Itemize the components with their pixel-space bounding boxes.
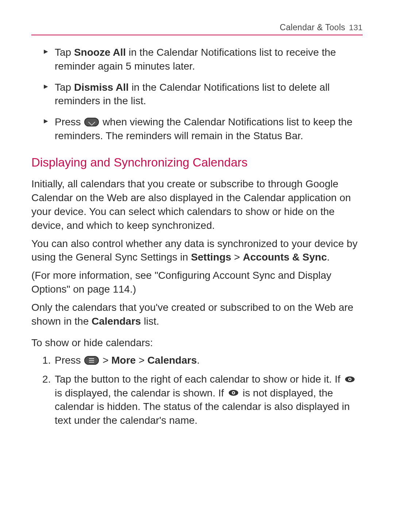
- text: >: [100, 355, 111, 366]
- text: Tap the button to the right of each cale…: [55, 373, 343, 385]
- step-item: Press > More > Calendars.: [42, 353, 363, 367]
- text: .: [197, 355, 200, 366]
- text: list.: [141, 316, 159, 327]
- text: .: [327, 251, 330, 263]
- paragraph: Only the calendars that you've created o…: [31, 301, 363, 328]
- section-name: Calendar & Tools: [280, 23, 345, 32]
- text: Press: [55, 116, 84, 128]
- svg-point-5: [232, 392, 234, 394]
- paragraph: You can also control whether any data is…: [31, 237, 363, 265]
- bold-text: Dismiss All: [74, 82, 129, 93]
- eye-icon: [344, 376, 356, 383]
- section-title: Displaying and Synchronizing Calendars: [31, 154, 363, 171]
- text: Tap: [55, 82, 74, 93]
- text: Only the calendars that you've created o…: [31, 302, 354, 327]
- bold-text: Settings: [191, 251, 231, 263]
- bullet-list: Tap Snooze All in the Calendar Notificat…: [31, 46, 363, 143]
- text: Press: [55, 355, 84, 366]
- bold-text: More: [111, 355, 136, 366]
- page-content: Tap Snooze All in the Calendar Notificat…: [31, 35, 363, 427]
- running-header: Calendar & Tools 131: [31, 23, 363, 35]
- svg-point-2: [349, 378, 351, 380]
- text: Tap: [55, 47, 74, 58]
- page-number: 131: [349, 23, 363, 32]
- bullet-item: Tap Dismiss All in the Calendar Notifica…: [44, 81, 363, 108]
- manual-page: Calendar & Tools 131 Tap Snooze All in t…: [0, 0, 394, 532]
- step-item: Tap the button to the right of each cale…: [42, 372, 363, 427]
- bullet-item: Tap Snooze All in the Calendar Notificat…: [44, 46, 363, 73]
- sub-heading: To show or hide calendars:: [31, 336, 363, 350]
- text: >: [136, 355, 147, 366]
- text: when viewing the Calendar Notifications …: [55, 116, 352, 141]
- bold-text: Accounts & Sync: [243, 251, 327, 263]
- text: is displayed, the calendar is shown. If: [55, 387, 227, 399]
- bold-text: Snooze All: [74, 47, 126, 58]
- paragraph: (For more information, see "Configuring …: [31, 269, 363, 296]
- bold-text: Calendars: [92, 316, 141, 327]
- bullet-item: Press when viewing the Calendar Notifica…: [44, 115, 363, 143]
- numbered-steps: Press > More > Calendars. Tap the button…: [31, 353, 363, 427]
- back-key-icon: [84, 118, 99, 126]
- bold-text: Calendars: [147, 355, 197, 366]
- menu-key-icon: [84, 356, 99, 365]
- eye-icon: [228, 389, 239, 396]
- text: >: [231, 251, 243, 263]
- paragraph: Initially, all calendars that you create…: [31, 177, 363, 232]
